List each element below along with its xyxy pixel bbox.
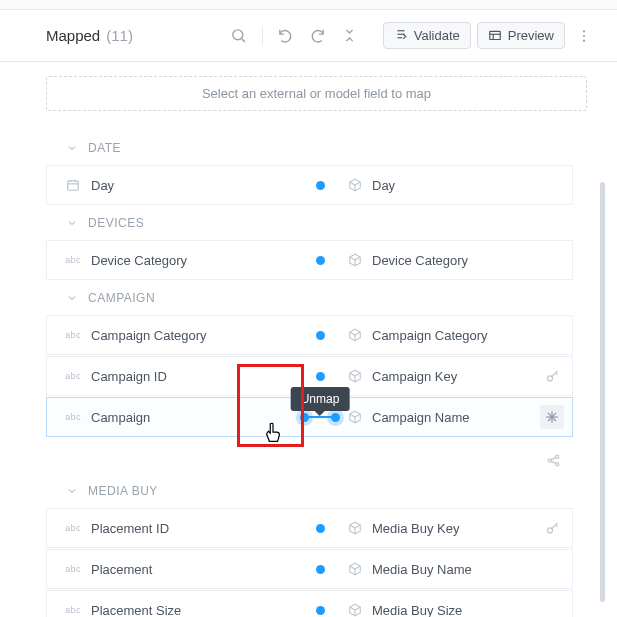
cube-icon bbox=[348, 562, 362, 576]
svg-point-28 bbox=[547, 527, 552, 532]
snowflake-icon[interactable] bbox=[540, 405, 564, 429]
validate-icon bbox=[394, 29, 408, 43]
section-media-buy[interactable]: MEDIA BUY bbox=[46, 482, 573, 508]
right-label: Campaign Key bbox=[372, 369, 457, 384]
search-icon[interactable] bbox=[226, 23, 252, 49]
collapse-icon[interactable] bbox=[337, 23, 363, 49]
svg-point-16 bbox=[547, 375, 552, 380]
section-devices[interactable]: DEVICES bbox=[46, 206, 573, 240]
svg-point-7 bbox=[583, 39, 585, 41]
header: Mapped (11) Validate Preview bbox=[0, 10, 617, 62]
chevron-down-icon bbox=[66, 217, 78, 229]
text-type-icon: abc bbox=[65, 255, 81, 265]
left-label: Campaign Category bbox=[91, 328, 207, 343]
left-label: Device Category bbox=[91, 253, 187, 268]
undo-icon[interactable] bbox=[273, 23, 299, 49]
right-label: Media Buy Size bbox=[372, 603, 462, 618]
validate-button[interactable]: Validate bbox=[383, 22, 471, 49]
svg-point-6 bbox=[583, 34, 585, 36]
left-label: Campaign ID bbox=[91, 369, 167, 384]
text-type-icon: abc bbox=[65, 412, 81, 422]
left-label: Placement ID bbox=[91, 521, 169, 536]
mapping-row-device-category[interactable]: abc Device Category Device Category bbox=[46, 240, 573, 280]
mapping-row-day[interactable]: Day Day bbox=[46, 165, 573, 205]
cube-icon bbox=[348, 521, 362, 535]
left-label: Campaign bbox=[91, 410, 150, 425]
mapping-row-placement-id[interactable]: abc Placement ID Media Buy Key bbox=[46, 508, 573, 548]
right-label: Campaign Category bbox=[372, 328, 488, 343]
cube-icon bbox=[348, 410, 362, 424]
calendar-icon bbox=[65, 178, 81, 192]
scrollbar[interactable] bbox=[600, 182, 605, 602]
cube-icon bbox=[348, 369, 362, 383]
chevron-down-icon bbox=[66, 292, 78, 304]
svg-point-5 bbox=[583, 30, 585, 32]
header-count: (11) bbox=[106, 27, 133, 44]
section-campaign[interactable]: CAMPAIGN bbox=[46, 281, 573, 315]
hint-text: Select an external or model field to map bbox=[46, 76, 587, 111]
text-type-icon: abc bbox=[65, 330, 81, 340]
key-icon[interactable] bbox=[540, 364, 564, 388]
right-label: Device Category bbox=[372, 253, 468, 268]
cube-icon bbox=[348, 253, 362, 267]
preview-button[interactable]: Preview bbox=[477, 22, 565, 49]
right-label: Campaign Name bbox=[372, 410, 470, 425]
left-label: Placement bbox=[91, 562, 152, 577]
cube-icon bbox=[348, 178, 362, 192]
key-icon[interactable] bbox=[540, 516, 564, 540]
svg-line-25 bbox=[551, 457, 556, 460]
redo-icon[interactable] bbox=[305, 23, 331, 49]
share-icon[interactable] bbox=[541, 448, 565, 472]
svg-line-1 bbox=[242, 39, 245, 42]
preview-icon bbox=[488, 29, 502, 43]
left-label: Day bbox=[91, 178, 114, 193]
svg-rect-8 bbox=[68, 181, 79, 190]
left-label: Placement Size bbox=[91, 603, 181, 618]
section-date[interactable]: DATE bbox=[46, 131, 573, 165]
right-label: Media Buy Name bbox=[372, 562, 472, 577]
mapping-row-placement-size[interactable]: abc Placement Size Media Buy Size bbox=[46, 590, 573, 617]
text-type-icon: abc bbox=[65, 564, 81, 574]
text-type-icon: abc bbox=[65, 523, 81, 533]
mapping-row-campaign[interactable]: abc Campaign Unmap Campaign Name bbox=[46, 397, 573, 437]
mapping-row-campaign-category[interactable]: abc Campaign Category Campaign Category bbox=[46, 315, 573, 355]
header-title: Mapped bbox=[46, 27, 100, 44]
text-type-icon: abc bbox=[65, 371, 81, 381]
cube-icon bbox=[348, 328, 362, 342]
mapping-row-placement[interactable]: abc Placement Media Buy Name bbox=[46, 549, 573, 589]
svg-rect-2 bbox=[490, 31, 501, 39]
svg-line-26 bbox=[551, 461, 556, 464]
more-icon[interactable] bbox=[571, 23, 597, 49]
right-label: Media Buy Key bbox=[372, 521, 459, 536]
right-label: Day bbox=[372, 178, 395, 193]
text-type-icon: abc bbox=[65, 605, 81, 615]
unmap-tooltip: Unmap bbox=[291, 387, 350, 411]
chevron-down-icon bbox=[66, 485, 78, 497]
chevron-down-icon bbox=[66, 142, 78, 154]
cube-icon bbox=[348, 603, 362, 617]
svg-point-0 bbox=[233, 30, 243, 40]
